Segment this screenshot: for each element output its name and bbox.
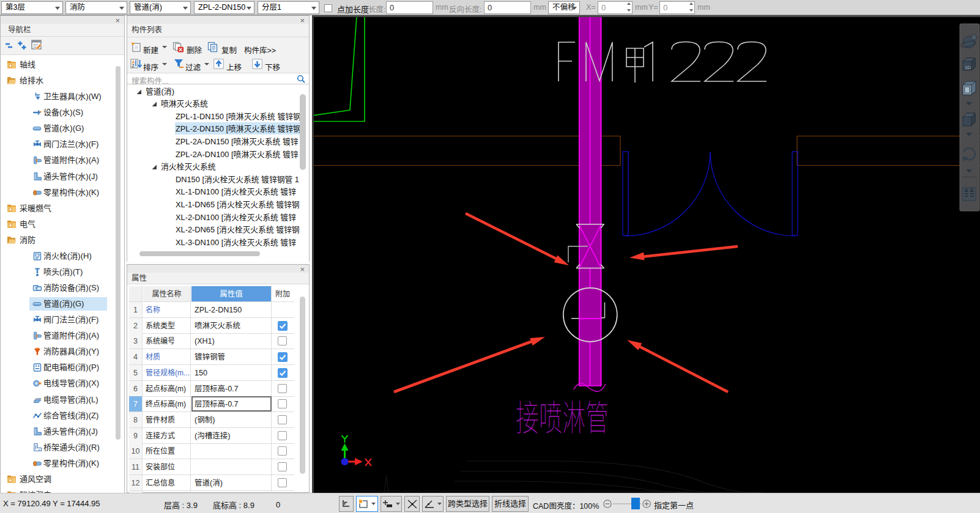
- svg-text:Z: Z: [132, 64, 135, 68]
- svg-text:3D: 3D: [965, 65, 971, 70]
- svg-text:接喷淋管: 接喷淋管: [516, 389, 609, 441]
